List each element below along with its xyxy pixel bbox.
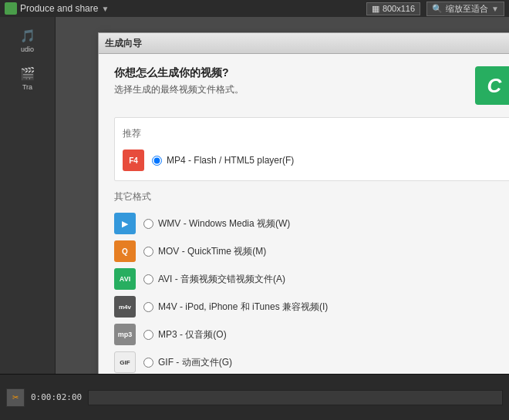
dialog-subheading: 选择生成的最终视频文件格式。	[114, 83, 244, 96]
m4v-label: M4V - iPod, iPhone 和 iTunes 兼容视频(I)	[158, 301, 328, 314]
avi-icon: AVI	[114, 268, 136, 290]
other-formats-section: 其它格式 ▶ WMV - Windows Media 视频(W) Q MOV -…	[114, 190, 509, 374]
gif-icon: GIF	[114, 351, 136, 373]
zoom-icon: 🔍	[432, 4, 443, 14]
timeline-controls: ✂	[6, 388, 25, 407]
mp3-radio-label[interactable]: MP3 - 仅音频(O)	[143, 328, 227, 341]
generate-wizard-dialog: 生成向导 × 你想怎么生成你的视频? 选择生成的最终视频文件格式。 C 推荐	[98, 32, 509, 374]
dialog-header-text: 你想怎么生成你的视频? 选择生成的最终视频文件格式。	[114, 66, 244, 96]
zoom-arrow: ▼	[491, 5, 499, 13]
mp4-label: MP4 - Flash / HTML5 player(F)	[167, 155, 294, 166]
avi-label: AVI - 音频视频交错视频文件(A)	[158, 273, 285, 286]
wmv-label: WMV - Windows Media 视频(W)	[158, 217, 290, 230]
format-item-avi: AVI AVI - 音频视频交错视频文件(A)	[114, 265, 509, 293]
format-item-m4v: m4v M4V - iPod, iPhone 和 iTunes 兼容视频(I)	[114, 293, 509, 321]
bottom-bar: ✂ 0:00:02:00	[0, 374, 509, 420]
audio-panel-item[interactable]: 🎵 udio	[2, 23, 54, 58]
mp4-icon: F4	[123, 150, 144, 171]
mov-radio[interactable]	[143, 247, 153, 257]
mp3-radio[interactable]	[143, 330, 153, 340]
left-panel-icons: 🎵 udio 🎬 Tra	[0, 17, 55, 96]
format-item-wmv: ▶ WMV - Windows Media 视频(W)	[114, 210, 509, 237]
transitions-panel-item[interactable]: 🎬 Tra	[2, 61, 54, 96]
resolution-display[interactable]: ▦ 800x116	[366, 2, 420, 15]
dialog-body: 你想怎么生成你的视频? 选择生成的最终视频文件格式。 C 推荐 F4 MP4 -…	[99, 54, 509, 374]
dialog-header: 你想怎么生成你的视频? 选择生成的最终视频文件格式。 C	[114, 66, 509, 105]
dialog-heading: 你想怎么生成你的视频?	[114, 66, 244, 80]
mp4-radio[interactable]	[152, 156, 162, 166]
dialog-title: 生成向导	[105, 37, 142, 50]
mp4-radio-label[interactable]: MP4 - Flash / HTML5 player(F)	[152, 155, 294, 166]
transitions-icon: 🎬	[17, 66, 39, 81]
other-formats-label: 其它格式	[114, 190, 509, 203]
resolution-value: 800x116	[383, 4, 415, 13]
m4v-icon: m4v	[114, 296, 136, 318]
produce-share-menu[interactable]: Produce and share ▼	[5, 2, 109, 15]
main-area: 🎵 udio 🎬 Tra 生成向导 × 你想怎么生成你的视频?	[0, 17, 509, 374]
gif-label: GIF - 动画文件(G)	[158, 356, 232, 369]
mov-label: MOV - QuickTime 视频(M)	[158, 245, 266, 258]
audio-icon: 🎵	[17, 28, 39, 43]
mp3-label: MP3 - 仅音频(O)	[158, 328, 227, 341]
gif-radio[interactable]	[143, 358, 153, 368]
produce-share-label: Produce and share	[20, 3, 98, 14]
audio-label: udio	[21, 45, 34, 53]
m4v-radio-label[interactable]: M4V - iPod, iPhone 和 iTunes 兼容视频(I)	[143, 301, 328, 314]
top-bar: Produce and share ▼ ▦ 800x116 🔍 缩放至适合 ▼	[0, 0, 509, 17]
cut-button[interactable]: ✂	[6, 388, 25, 407]
m4v-radio[interactable]	[143, 302, 153, 312]
mov-icon: Q	[114, 240, 136, 262]
left-panel: 🎵 udio 🎬 Tra	[0, 17, 56, 374]
camtasia-small-icon	[5, 2, 17, 15]
menu-dropdown-arrow: ▼	[101, 5, 109, 13]
wmv-radio[interactable]	[143, 219, 153, 229]
format-item-mov: Q MOV - QuickTime 视频(M)	[114, 237, 509, 265]
zoom-label: 缩放至适合	[446, 3, 488, 15]
wmv-radio-label[interactable]: WMV - Windows Media 视频(W)	[143, 217, 290, 230]
format-item-mp4: F4 MP4 - Flash / HTML5 player(F)	[123, 146, 505, 174]
canvas-area: 生成向导 × 你想怎么生成你的视频? 选择生成的最终视频文件格式。 C 推荐	[56, 17, 509, 374]
dialog-titlebar: 生成向导 ×	[99, 33, 509, 54]
format-item-mp3: mp3 MP3 - 仅音频(O)	[114, 321, 509, 348]
mov-radio-label[interactable]: MOV - QuickTime 视频(M)	[143, 245, 266, 258]
recommended-section: 推荐 F4 MP4 - Flash / HTML5 player(F)	[114, 117, 509, 181]
gif-radio-label[interactable]: GIF - 动画文件(G)	[143, 356, 232, 369]
avi-radio-label[interactable]: AVI - 音频视频交错视频文件(A)	[143, 273, 285, 286]
zoom-control[interactable]: 🔍 缩放至适合 ▼	[426, 2, 504, 16]
timeline-track[interactable]	[88, 390, 503, 405]
resolution-icon: ▦	[372, 4, 379, 14]
wmv-icon: ▶	[114, 213, 136, 234]
time-display: 0:00:02:00	[31, 392, 82, 402]
camtasia-logo: C	[475, 66, 509, 105]
recommended-label: 推荐	[123, 127, 505, 140]
transitions-label: Tra	[22, 83, 32, 91]
top-bar-right: ▦ 800x116 🔍 缩放至适合 ▼	[366, 2, 504, 16]
avi-radio[interactable]	[143, 274, 153, 284]
mp3-icon: mp3	[114, 324, 136, 345]
format-item-gif: GIF GIF - 动画文件(G)	[114, 348, 509, 374]
